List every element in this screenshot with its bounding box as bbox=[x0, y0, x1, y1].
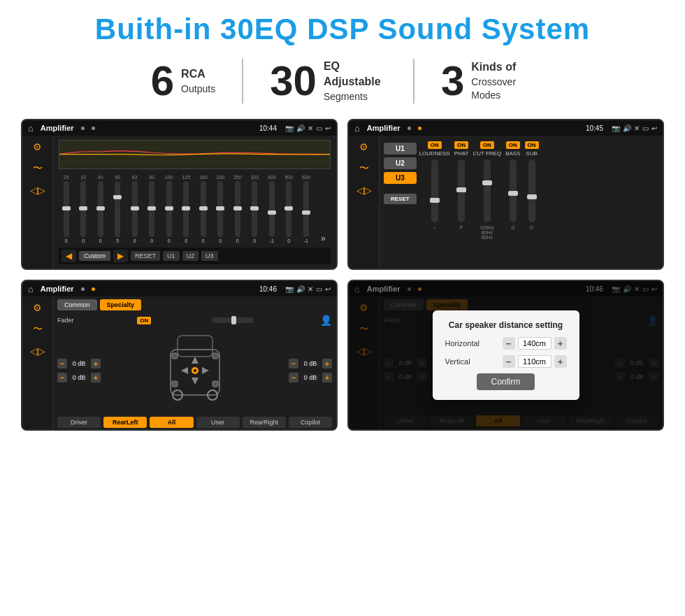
crossover-reset-btn[interactable]: RESET bbox=[384, 194, 417, 204]
btn-user[interactable]: User bbox=[196, 417, 240, 428]
home-icon-3[interactable]: ⌂ bbox=[28, 284, 34, 294]
tab-specialty[interactable]: Specialty bbox=[100, 299, 142, 310]
eq-expand[interactable]: » bbox=[316, 234, 331, 243]
stat-rca-label: RCA Outputs bbox=[181, 66, 215, 96]
horizontal-minus[interactable]: − bbox=[503, 337, 515, 350]
back-icon[interactable]: ↩ bbox=[325, 124, 331, 132]
close-icon-2: ✕ bbox=[634, 124, 640, 132]
eq-prev-btn[interactable]: ◀ bbox=[62, 250, 76, 262]
crossover-time: 10:45 bbox=[586, 124, 603, 132]
cross-sidebar-icon3[interactable]: ◁▷ bbox=[356, 185, 372, 196]
crossover-screen-body: ⚙ 〜 ◁▷ U1 U2 U3 RESET ON LOUDNESS bbox=[349, 136, 663, 268]
cross-sidebar-icon2[interactable]: 〜 bbox=[359, 162, 369, 175]
phat-slider[interactable] bbox=[458, 159, 465, 222]
speaker-bottom-buttons: Driver RearLeft All User RearRight Copil… bbox=[57, 417, 332, 428]
bass-name: BASS bbox=[505, 150, 520, 157]
eq-sidebar-icon2[interactable]: 〜 bbox=[33, 162, 43, 175]
vertical-row: Vertical − 110cm + bbox=[445, 355, 567, 368]
btn-driver[interactable]: Driver bbox=[57, 417, 101, 428]
eq-preset-label[interactable]: Custom bbox=[79, 251, 110, 261]
lf-minus[interactable]: − bbox=[57, 359, 67, 368]
svg-rect-4 bbox=[178, 336, 212, 357]
eq-u2-btn[interactable]: U2 bbox=[182, 251, 199, 261]
crossover-main-content: U1 U2 U3 RESET ON LOUDNESS ~ ON bbox=[380, 136, 663, 268]
fader-sidebar-icon2[interactable]: 〜 bbox=[33, 323, 43, 336]
svg-marker-9 bbox=[192, 357, 199, 364]
eq-next-btn[interactable]: ▶ bbox=[113, 250, 128, 262]
fader-sidebar-icon3[interactable]: ◁▷ bbox=[30, 345, 45, 357]
volume-icon: 🔊 bbox=[296, 124, 305, 132]
left-rear-ctrl: − 0 dB + bbox=[57, 373, 101, 382]
horizontal-value: 140cm bbox=[518, 337, 551, 350]
fader-label: Fader bbox=[57, 317, 74, 324]
home-icon[interactable]: ⌂ bbox=[28, 123, 34, 134]
rf-minus[interactable]: − bbox=[289, 359, 298, 368]
confirm-button[interactable]: Confirm bbox=[477, 373, 534, 390]
eq-app-name: Amplifier bbox=[41, 124, 74, 132]
fader-h-sliders bbox=[212, 317, 254, 323]
stat-eq-label: EQ Adjustable Segments bbox=[324, 59, 387, 103]
loudness-on: ON bbox=[428, 141, 442, 149]
lr-plus[interactable]: + bbox=[91, 373, 101, 382]
back-icon-3[interactable]: ↩ bbox=[325, 285, 331, 293]
lf-plus[interactable]: + bbox=[91, 359, 101, 368]
left-volume-controls: − 0 dB + − 0 dB + bbox=[57, 359, 101, 382]
status-dot6 bbox=[92, 287, 95, 291]
rf-plus[interactable]: + bbox=[322, 359, 332, 368]
fader-h-track[interactable] bbox=[212, 317, 254, 323]
fader-sidebar-icon1[interactable]: ⚙ bbox=[33, 302, 42, 313]
eq-slider-63: 63 0 bbox=[127, 175, 143, 243]
eq-sidebar-icon1[interactable]: ⚙ bbox=[33, 141, 42, 152]
fader-app-name: Amplifier bbox=[41, 285, 74, 293]
distance-dialog: Car speaker distance setting Horizontal … bbox=[433, 310, 579, 400]
btn-rearright[interactable]: RearRight bbox=[243, 417, 286, 428]
back-icon-2[interactable]: ↩ bbox=[651, 124, 657, 132]
loudness-name: LOUDNESS bbox=[419, 150, 450, 157]
cutfreq-slider[interactable] bbox=[484, 159, 491, 222]
rr-plus[interactable]: + bbox=[322, 373, 332, 382]
eq-slider-40: 40 0 bbox=[93, 175, 108, 243]
btn-copilot[interactable]: Copilot bbox=[289, 417, 332, 428]
eq-controls-bar: ◀ Custom ▶ RESET U1 U2 U3 bbox=[59, 248, 331, 264]
stat-rca: 6 RCA Outputs bbox=[124, 60, 242, 102]
eq-sidebar-icon3[interactable]: ◁▷ bbox=[30, 185, 45, 196]
lr-minus[interactable]: − bbox=[57, 373, 67, 382]
svg-marker-12 bbox=[202, 367, 209, 374]
eq-u1-btn[interactable]: U1 bbox=[163, 251, 180, 261]
screens-grid: ⌂ Amplifier 10:44 📷 🔊 ✕ ▭ ↩ ⚙ 〜 ◁▷ bbox=[21, 119, 664, 431]
tab-common[interactable]: Common bbox=[57, 299, 97, 310]
bass-slider[interactable] bbox=[510, 159, 517, 222]
rr-val: 0 dB bbox=[301, 373, 320, 382]
svg-point-8 bbox=[194, 369, 196, 372]
vertical-value: 110cm bbox=[518, 355, 551, 368]
fader-sidebar: ⚙ 〜 ◁▷ bbox=[22, 296, 53, 429]
loudness-slider[interactable] bbox=[431, 159, 438, 222]
eq-u3-btn[interactable]: U3 bbox=[201, 251, 218, 261]
right-volume-controls: − 0 dB + − 0 dB + bbox=[289, 359, 332, 382]
btn-all[interactable]: All bbox=[150, 417, 193, 428]
svg-rect-14 bbox=[212, 353, 218, 359]
crossover-u2-btn[interactable]: U2 bbox=[384, 157, 417, 169]
eq-graph bbox=[59, 140, 331, 169]
crossover-u1-btn[interactable]: U1 bbox=[384, 143, 417, 155]
vertical-minus[interactable]: − bbox=[503, 355, 515, 368]
crossover-u3-btn[interactable]: U3 bbox=[384, 172, 417, 184]
bass-on: ON bbox=[506, 141, 520, 149]
home-icon-2[interactable]: ⌂ bbox=[354, 123, 360, 134]
channel-cutfreq: ON CUT FREQ 100Hz80Hz60Hz bbox=[473, 141, 501, 263]
horizontal-plus[interactable]: + bbox=[554, 337, 567, 350]
rr-minus[interactable]: − bbox=[289, 373, 298, 382]
cross-sidebar-icon1[interactable]: ⚙ bbox=[359, 141, 368, 152]
fader-status-bar: ⌂ Amplifier 10:46 📷 🔊 ✕ ▭ ↩ bbox=[22, 281, 336, 296]
eq-slider-25: 25 0 bbox=[59, 175, 74, 243]
eq-reset-btn[interactable]: RESET bbox=[131, 251, 160, 261]
crossover-preset-list: U1 U2 U3 RESET bbox=[384, 138, 417, 266]
sub-slider[interactable] bbox=[528, 159, 535, 222]
horizontal-ctrl: − 140cm + bbox=[503, 337, 567, 350]
fader-profile-icon[interactable]: 👤 bbox=[320, 315, 332, 326]
btn-rearleft[interactable]: RearLeft bbox=[103, 417, 147, 428]
vertical-label: Vertical bbox=[445, 357, 470, 366]
vertical-plus[interactable]: + bbox=[554, 355, 567, 368]
svg-marker-11 bbox=[181, 367, 188, 374]
cutfreq-name: CUT FREQ bbox=[473, 150, 501, 157]
